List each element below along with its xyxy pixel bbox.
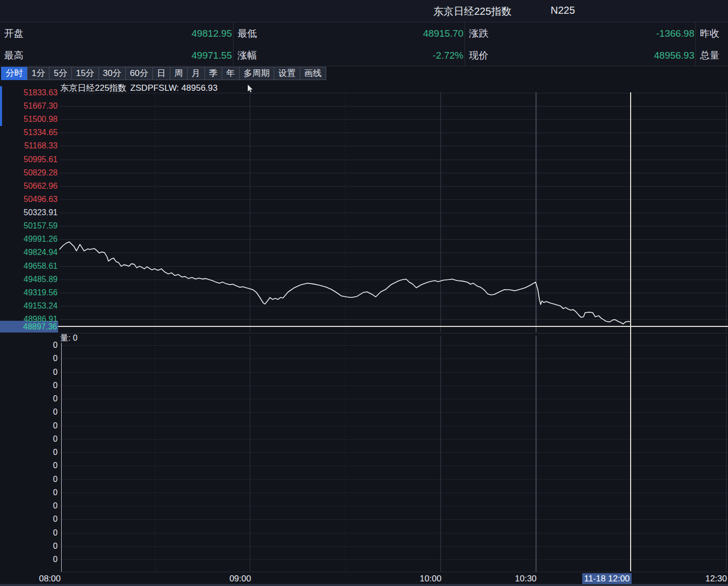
- price-axis-label: 49824.94: [0, 247, 58, 258]
- volume-axis-label: 0: [0, 554, 58, 565]
- price-axis-label: 51667.30: [0, 101, 58, 111]
- price-axis-label: 49153.24: [0, 301, 58, 311]
- volume-axis-label: 0: [0, 461, 58, 471]
- price-axis-label: 49658.61: [0, 261, 58, 271]
- volume-axis-label: 0: [0, 380, 58, 391]
- chart-overlay-title: 东京日经225指数ZSDPFSLW: 48956.93: [60, 82, 218, 94]
- price-axis-label: 50829.28: [0, 168, 58, 178]
- volume-axis-label: 0: [0, 394, 58, 404]
- volume-axis-label: 0: [0, 434, 58, 444]
- time-axis-label: 09:00: [229, 573, 251, 584]
- volume-axis-label: 0: [0, 447, 58, 457]
- volume-axis-label: 0: [0, 407, 58, 417]
- chart-index-name: 东京日经225指数: [60, 83, 126, 93]
- volume-axis-label: 0: [0, 340, 58, 350]
- price-axis-label: 49485.89: [0, 274, 58, 285]
- price-axis-label: 51500.98: [0, 114, 58, 124]
- price-axis-label: 49319.56: [0, 288, 58, 298]
- price-axis-label: 51168.33: [0, 141, 58, 151]
- volume-axis-label: 0: [0, 474, 58, 485]
- volume-axis-label: 0: [0, 541, 58, 551]
- price-axis-label: 50323.91: [0, 208, 58, 218]
- price-axis-label: 51334.65: [0, 128, 58, 138]
- price-axis-label: 50496.63: [0, 194, 58, 205]
- price-axis-label: 50995.61: [0, 155, 58, 165]
- volume-axis-label: 0: [0, 367, 58, 377]
- time-axis-label: 10:00: [420, 573, 441, 584]
- time-axis-label: 10:30: [515, 573, 537, 584]
- volume-axis-label: 0: [0, 488, 58, 498]
- mouse-cursor: [248, 85, 253, 92]
- price-axis-label: 50662.96: [0, 181, 58, 191]
- volume-axis-label: 0: [0, 528, 58, 538]
- time-axis-label-current: 11-18 12:00: [582, 573, 632, 584]
- volume-axis-label: 0: [0, 514, 58, 524]
- trading-app-window: 东京日经225指数 N225 开盘49812.95最低48915.70涨跌-13…: [0, 0, 728, 586]
- price-axis-label: 51833.63: [0, 88, 58, 98]
- time-axis-label: 12:30: [705, 573, 727, 584]
- chart-code-value: ZSDPFSLW: 48956.93: [130, 83, 217, 93]
- volume-axis-label: 0: [0, 353, 58, 364]
- price-axis-label: 49991.26: [0, 234, 58, 244]
- volume-axis-label: 0: [0, 421, 58, 431]
- price-axis-label: 48986.91: [0, 314, 58, 324]
- volume-current-label: 量: 0: [60, 333, 77, 344]
- time-axis-label: 08:00: [39, 573, 61, 584]
- volume-axis-label: 0: [0, 501, 58, 511]
- price-axis-label: 50157.59: [0, 221, 58, 231]
- window-bottom-edge: [0, 584, 728, 586]
